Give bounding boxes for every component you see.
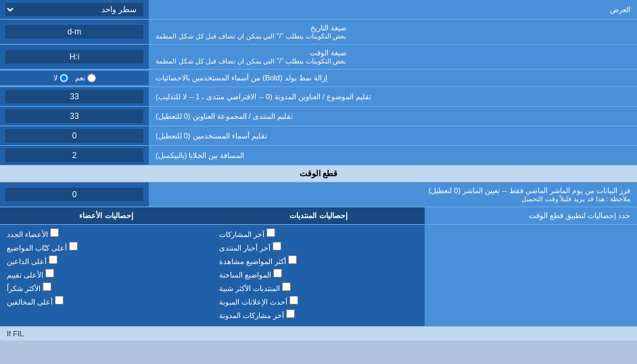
cb-col2-header: إحصاليات الأعضاء: [0, 207, 212, 224]
cb-checkbox[interactable]: [266, 228, 275, 237]
cb-label[interactable]: آخر مشاركات المدونة: [219, 309, 295, 320]
usernames-row: تقليم أسماء المستخدمين (0 للتعطيل): [0, 126, 637, 146]
cb-checkbox[interactable]: [273, 269, 282, 278]
cb-checkbox[interactable]: [49, 255, 57, 264]
cb-label[interactable]: أعلى كتّاب المواضيع: [7, 242, 78, 253]
cb-label[interactable]: أعلى المخالفين: [7, 296, 64, 307]
bold-radio-yes[interactable]: [87, 74, 96, 82]
bold-radio-yes-label[interactable]: نعم: [75, 74, 96, 82]
forum-titles-label: تقليم الموضوع / العناوين المدونة (0 -- ا…: [149, 87, 637, 106]
cb-checkbox[interactable]: [273, 242, 281, 251]
cb-checkbox[interactable]: [288, 255, 297, 264]
forum-group-row: تقليم المنتدى / المجموعة العناوين (0 للت…: [0, 107, 637, 126]
usernames-input-wrap: [0, 126, 149, 145]
cb-label[interactable]: أحدث الإعلانات المبوبة: [219, 296, 298, 307]
bold-remove-row: إزالة نمط بولد (Bold) من أسماء المستخدمي…: [0, 70, 637, 87]
cb-label[interactable]: المنتديات الأكثر شبية: [219, 282, 291, 293]
list-item: الأعلى تقييم: [7, 269, 206, 280]
date-format-input[interactable]: [5, 25, 143, 38]
cb-empty-area: [425, 225, 637, 326]
cell-spacing-label: المسافة بين الخلايا (بالبيكسل): [149, 146, 637, 165]
cb-label[interactable]: أكثر المواضيع مشاهدة: [219, 255, 297, 266]
display-select[interactable]: سطر واحد: [5, 3, 143, 16]
cut-time-filter-label: فرز البيانات من يوم الماشر الماضي فقط --…: [149, 182, 637, 207]
cb-checkbox[interactable]: [43, 282, 51, 291]
list-item: الأعضاء الجدد: [7, 228, 206, 239]
time-format-row: صيغة الوقت بعض التكوينات يتطلب "/" التي …: [0, 45, 637, 70]
cb-label[interactable]: آخر المشاركات: [219, 228, 275, 239]
forum-titles-input[interactable]: [5, 90, 143, 103]
list-item: آخر أخبار المنتدى: [219, 242, 418, 253]
list-item: المنتديات الأكثر شبية: [219, 282, 418, 293]
settings-panel: العرض سطر واحد صيغة التاريخ بعض التكوينا…: [0, 0, 637, 340]
cell-spacing-input-wrap: [0, 146, 149, 165]
list-item: أعلى الداعين: [7, 255, 206, 266]
forum-group-input-wrap: [0, 107, 149, 126]
list-item: أعلى كتّاب المواضيع: [7, 242, 206, 253]
cut-time-filter-input-wrap: [0, 182, 149, 207]
display-select-wrap: سطر واحد: [0, 0, 149, 19]
date-format-label: صيغة التاريخ بعض التكوينات يتطلب "/" الت…: [149, 20, 637, 44]
cut-time-filter-input[interactable]: [5, 188, 143, 201]
usernames-label: تقليم أسماء المستخدمين (0 للتعطيل): [149, 126, 637, 145]
cb-col1-items: آخر المشاركات آخر أخبار المنتدى أكثر الم…: [212, 225, 425, 326]
list-item: الأكثر شكراً: [7, 282, 206, 293]
cb-checkbox[interactable]: [55, 296, 64, 305]
list-item: أعلى المخالفين: [7, 296, 206, 307]
checkboxes-section: حدد إحصاليات لتطبيق قطع الوقت إحصاليات ا…: [0, 207, 637, 340]
display-row: العرض سطر واحد: [0, 0, 637, 20]
cb-checkbox[interactable]: [282, 282, 291, 291]
cb-items-container: آخر المشاركات آخر أخبار المنتدى أكثر الم…: [0, 225, 637, 326]
usernames-input[interactable]: [5, 129, 143, 142]
list-item: أحدث الإعلانات المبوبة: [219, 296, 418, 307]
cell-spacing-row: المسافة بين الخلايا (بالبيكسل): [0, 146, 637, 165]
cb-checkbox[interactable]: [69, 242, 78, 251]
display-label: العرض: [149, 1, 637, 18]
cb-label[interactable]: الأكثر شكراً: [7, 282, 51, 293]
cb-header-row: حدد إحصاليات لتطبيق قطع الوقت إحصاليات ا…: [0, 207, 637, 225]
cb-checkbox[interactable]: [50, 228, 59, 237]
cb-checkbox[interactable]: [286, 309, 295, 318]
list-item: أكثر المواضيع مشاهدة: [219, 255, 418, 266]
list-item: آخر مشاركات المدونة: [219, 309, 418, 320]
forum-group-label: تقليم المنتدى / المجموعة العناوين (0 للت…: [149, 107, 637, 126]
forum-group-input[interactable]: [5, 109, 143, 123]
date-format-row: صيغة التاريخ بعض التكوينات يتطلب "/" الت…: [0, 20, 637, 45]
cb-checkbox[interactable]: [289, 296, 298, 305]
cb-label[interactable]: الأعلى تقييم: [7, 269, 54, 280]
cb-label[interactable]: آخر أخبار المنتدى: [219, 242, 281, 253]
cut-time-filter-row: فرز البيانات من يوم الماشر الماضي فقط --…: [0, 182, 637, 207]
time-format-input-wrap: [0, 45, 149, 69]
bold-radio-group: نعم لا: [0, 71, 149, 85]
if-fil-note: If FIL: [0, 326, 637, 340]
cb-col2-items: الأعضاء الجدد أعلى كتّاب المواضيع أعلى ا…: [0, 225, 212, 326]
cut-time-header: قطع الوقت: [0, 165, 637, 182]
forum-titles-row: تقليم الموضوع / العناوين المدونة (0 -- ا…: [0, 87, 637, 107]
time-format-input[interactable]: [5, 50, 143, 63]
date-format-input-wrap: [0, 20, 149, 44]
list-item: المواضيع الساخنة: [219, 269, 418, 280]
bold-radio-no-label[interactable]: لا: [53, 74, 68, 82]
bold-remove-label: إزالة نمط بولد (Bold) من أسماء المستخدمي…: [149, 70, 637, 86]
cb-label[interactable]: الأعضاء الجدد: [7, 228, 59, 239]
bold-radio-no[interactable]: [60, 74, 68, 82]
time-format-label: صيغة الوقت بعض التكوينات يتطلب "/" التي …: [149, 45, 637, 69]
cb-label[interactable]: أعلى الداعين: [7, 255, 57, 266]
cb-stats-label: حدد إحصاليات لتطبيق قطع الوقت: [425, 207, 637, 224]
cb-label[interactable]: المواضيع الساخنة: [219, 269, 282, 280]
cb-col1-header: إحصاليات المنتديات: [212, 207, 425, 224]
forum-titles-input-wrap: [0, 87, 149, 106]
cb-checkbox[interactable]: [45, 269, 54, 278]
cell-spacing-input[interactable]: [5, 149, 143, 162]
list-item: آخر المشاركات: [219, 228, 418, 239]
